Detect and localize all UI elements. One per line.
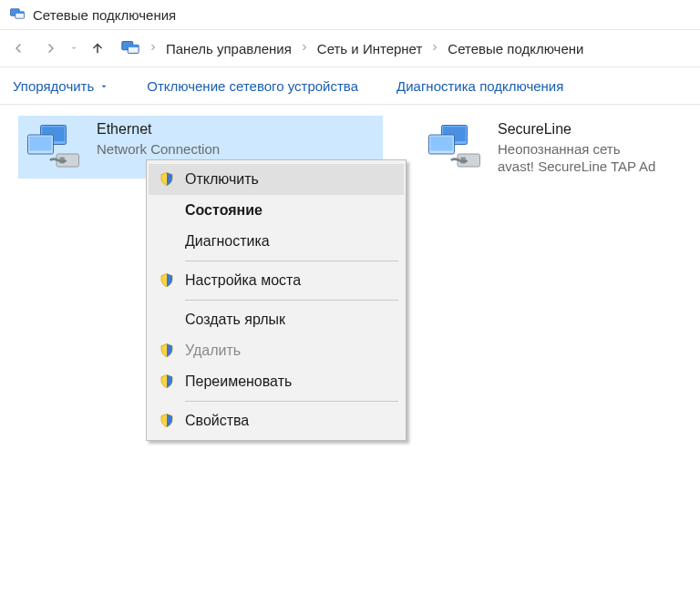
- context-menu-separator: [185, 261, 398, 261]
- connection-device: avast! SecureLine TAP Ad: [498, 158, 655, 176]
- shield-icon: [149, 272, 185, 289]
- context-menu-item-label: Отключить: [185, 171, 259, 188]
- network-adapter-icon: [20, 118, 93, 177]
- context-menu-item-label: Свойства: [185, 413, 249, 429]
- content-area: Ethernet Network Connection SecureLine Н…: [0, 105, 700, 593]
- breadcrumb-sep-icon: [427, 41, 442, 56]
- context-menu-item-label: Создать ярлык: [185, 312, 285, 328]
- context-menu-item[interactable]: Настройка моста: [149, 265, 404, 296]
- context-menu-item[interactable]: Диагностика: [149, 226, 404, 257]
- context-menu-separator: [185, 401, 398, 402]
- breadcrumb-item-1[interactable]: Сеть и Интернет: [312, 39, 428, 58]
- shield-icon: [149, 413, 185, 429]
- shield-icon: [149, 373, 185, 390]
- context-menu-item-label: Переименовать: [185, 373, 292, 390]
- breadcrumb-sep-icon: [297, 41, 312, 56]
- context-menu-item: Удалить: [149, 335, 404, 366]
- context-menu: ОтключитьСостояниеДиагностикаНастройка м…: [146, 159, 407, 441]
- toolbar-diagnose-label: Диагностика подключения: [396, 78, 563, 94]
- context-menu-item[interactable]: Состояние: [149, 195, 404, 226]
- context-menu-item[interactable]: Создать ярлык: [149, 304, 404, 335]
- context-menu-item-label: Диагностика: [185, 233, 270, 250]
- breadcrumb-sep-icon: [146, 41, 160, 56]
- navbar: Панель управления Сеть и Интернет Сетевы…: [0, 30, 700, 67]
- nav-history-dropdown[interactable]: [67, 35, 80, 62]
- context-menu-item[interactable]: Отключить: [149, 164, 404, 195]
- context-menu-item-label: Состояние: [185, 202, 262, 219]
- toolbar-diagnose[interactable]: Диагностика подключения: [391, 77, 569, 96]
- toolbar-organize[interactable]: Упорядочить: [7, 77, 114, 96]
- network-adapter-icon: [421, 118, 494, 177]
- shield-icon: [149, 171, 185, 188]
- dropdown-caret-icon: [99, 78, 108, 94]
- toolbar-disable-device-label: Отключение сетевого устройства: [147, 78, 358, 94]
- connection-name: SecureLine: [498, 121, 655, 138]
- toolbar-organize-label: Упорядочить: [13, 78, 94, 94]
- shield-icon: [149, 343, 185, 359]
- connection-name: Ethernet: [97, 121, 220, 138]
- context-menu-item[interactable]: Свойства: [149, 405, 404, 436]
- toolbar-disable-device[interactable]: Отключение сетевого устройства: [141, 77, 364, 96]
- connection-status: Неопознанная сеть: [498, 141, 655, 158]
- address-bar[interactable]: Панель управления Сеть и Интернет Сетевы…: [117, 36, 696, 61]
- breadcrumb-item-0[interactable]: Панель управления: [160, 39, 297, 58]
- context-menu-item-label: Настройка моста: [185, 272, 301, 289]
- titlebar: Сетевые подключения: [0, 0, 700, 30]
- window-title: Сетевые подключения: [33, 7, 176, 23]
- context-menu-separator: [185, 300, 398, 301]
- connection-status: Network Connection: [97, 141, 220, 158]
- breadcrumb-item-2[interactable]: Сетевые подключени: [442, 39, 589, 58]
- app-icon: [9, 5, 26, 25]
- toolbar: Упорядочить Отключение сетевого устройст…: [0, 67, 700, 105]
- nav-up-button[interactable]: [84, 35, 111, 62]
- nav-forward-button[interactable]: [36, 35, 64, 62]
- nav-back-button[interactable]: [5, 35, 33, 62]
- context-menu-item[interactable]: Переименовать: [149, 366, 404, 397]
- control-panel-icon: [120, 37, 140, 60]
- context-menu-item-label: Удалить: [185, 343, 241, 359]
- connection-item-secureline[interactable]: SecureLine Неопознанная сеть avast! Secu…: [419, 116, 700, 179]
